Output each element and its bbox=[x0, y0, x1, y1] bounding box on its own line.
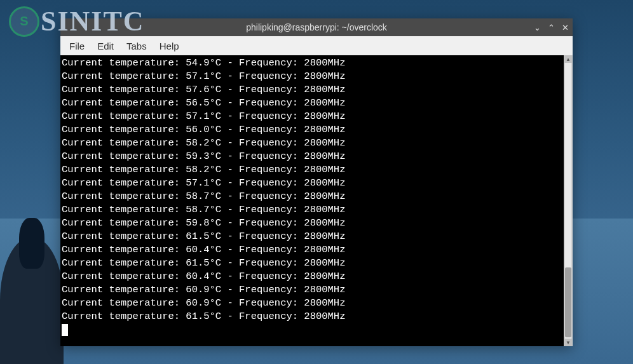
terminal-line: Current temperature: 58.7°C - Frequency:… bbox=[62, 190, 562, 203]
terminal-line: Current temperature: 60.9°C - Frequency:… bbox=[62, 283, 562, 297]
watermark-brand-text: SINITC bbox=[41, 5, 145, 37]
terminal-line: Current temperature: 60.4°C - Frequency:… bbox=[62, 243, 562, 257]
terminal-line: Current temperature: 61.5°C - Frequency:… bbox=[62, 230, 562, 243]
terminal-line: Current temperature: 60.9°C - Frequency:… bbox=[62, 297, 562, 310]
terminal-line: Current temperature: 54.9°C - Frequency:… bbox=[62, 57, 562, 70]
terminal-line: Current temperature: 60.4°C - Frequency:… bbox=[62, 270, 562, 283]
terminal-body: Current temperature: 54.9°C - Frequency:… bbox=[60, 55, 573, 346]
scrollbar-down-button[interactable]: ▼ bbox=[564, 339, 572, 346]
watermark-logo: S bbox=[9, 6, 39, 37]
maximize-button[interactable]: ⌃ bbox=[546, 22, 556, 32]
menu-edit[interactable]: Edit bbox=[95, 39, 116, 53]
scrollbar-up-button[interactable]: ▲ bbox=[564, 55, 572, 63]
scrollbar[interactable]: ▲ ▼ bbox=[564, 55, 573, 346]
terminal-cursor bbox=[62, 324, 68, 336]
minimize-button[interactable]: ⌄ bbox=[532, 22, 542, 32]
wallpaper-bird bbox=[19, 218, 44, 269]
terminal-line: Current temperature: 57.1°C - Frequency:… bbox=[62, 177, 562, 190]
menu-help[interactable]: Help bbox=[157, 39, 182, 53]
window-controls: ⌄ ⌃ ✕ bbox=[532, 22, 570, 32]
terminal-output[interactable]: Current temperature: 54.9°C - Frequency:… bbox=[60, 55, 564, 346]
menu-bar: File Edit Tabs Help bbox=[60, 36, 573, 55]
terminal-line: Current temperature: 56.5°C - Frequency:… bbox=[62, 97, 562, 110]
terminal-cursor-line bbox=[62, 323, 562, 337]
terminal-line: Current temperature: 57.1°C - Frequency:… bbox=[62, 110, 562, 123]
terminal-line: Current temperature: 61.5°C - Frequency:… bbox=[62, 257, 562, 270]
terminal-line: Current temperature: 56.0°C - Frequency:… bbox=[62, 123, 562, 137]
terminal-line: Current temperature: 58.7°C - Frequency:… bbox=[62, 203, 562, 217]
terminal-line: Current temperature: 61.5°C - Frequency:… bbox=[62, 310, 562, 323]
terminal-window: philipking@raspberrypi: ~/overclock ⌄ ⌃ … bbox=[60, 18, 573, 346]
terminal-line: Current temperature: 57.1°C - Frequency:… bbox=[62, 70, 562, 83]
scrollbar-thumb[interactable] bbox=[565, 267, 571, 337]
terminal-line: Current temperature: 59.8°C - Frequency:… bbox=[62, 217, 562, 230]
menu-file[interactable]: File bbox=[67, 39, 87, 53]
menu-tabs[interactable]: Tabs bbox=[124, 39, 149, 53]
terminal-line: Current temperature: 58.2°C - Frequency:… bbox=[62, 137, 562, 150]
terminal-line: Current temperature: 58.2°C - Frequency:… bbox=[62, 163, 562, 177]
terminal-line: Current temperature: 59.3°C - Frequency:… bbox=[62, 150, 562, 163]
terminal-line: Current temperature: 57.6°C - Frequency:… bbox=[62, 83, 562, 97]
watermark: S SINITC bbox=[9, 5, 145, 37]
close-button[interactable]: ✕ bbox=[560, 22, 570, 32]
